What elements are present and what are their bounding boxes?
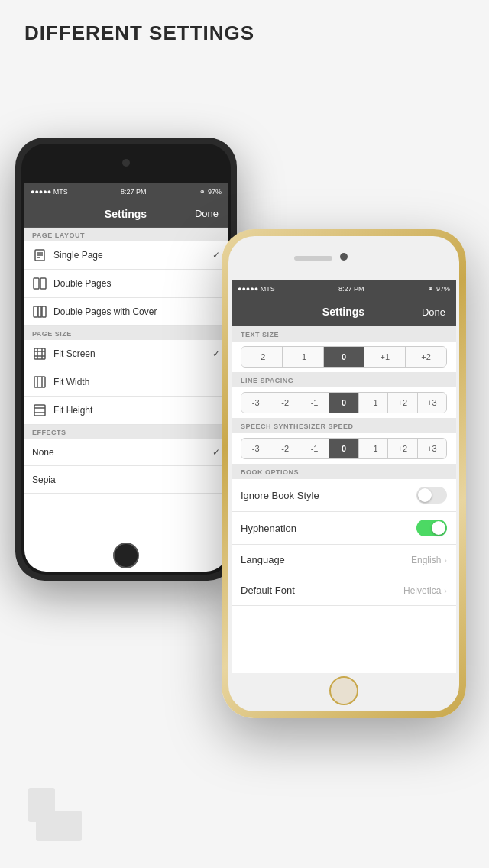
phone2-home-button[interactable]	[329, 676, 358, 705]
line-spacing-control[interactable]: -3 -2 -1 0 +1 +2 +3	[241, 392, 447, 413]
fit-screen-label: Fit Screen	[53, 348, 212, 359]
ignore-book-style-toggle[interactable]	[416, 487, 447, 504]
phone1-statusbar: ●●●●● MTS 8:27 PM ⚭ 97%	[24, 183, 228, 200]
svg-rect-7	[40, 278, 46, 289]
phone1-camera	[122, 159, 130, 167]
svg-rect-8	[34, 306, 37, 317]
phone2-section-line-spacing: LINE SPACING	[232, 372, 456, 387]
phone2-device: ●●●●● MTS 8:27 PM ⚭ 97% Settings Done TE…	[222, 229, 466, 718]
list-item[interactable]: Language English ›	[232, 545, 456, 575]
phone1-navbar: Settings Done	[24, 200, 228, 228]
fit-width-icon	[32, 374, 47, 390]
page-title: DIFFERENT SETTINGS	[24, 21, 254, 45]
phone1-home-button[interactable]	[113, 542, 139, 568]
text-size-control[interactable]: -2 -1 0 +1 +2	[241, 346, 447, 368]
ls-plus1[interactable]: +1	[359, 393, 388, 413]
ss-plus3[interactable]: +3	[418, 439, 446, 458]
phone1-time: 8:27 PM	[121, 188, 147, 196]
phone1-screen: ●●●●● MTS 8:27 PM ⚭ 97% Settings Done PA…	[24, 183, 228, 572]
ls-zero[interactable]: 0	[329, 393, 358, 413]
list-item[interactable]: Sepia	[24, 466, 228, 494]
phone2-battery: 97%	[436, 285, 450, 293]
phone2-screen: ●●●●● MTS 8:27 PM ⚭ 97% Settings Done TE…	[232, 280, 456, 673]
language-label: Language	[241, 554, 411, 565]
phone2-statusbar: ●●●●● MTS 8:27 PM ⚭ 97%	[232, 280, 456, 297]
phone2-navbar: Settings Done	[232, 297, 456, 326]
phone1-bluetooth-icon: ⚭	[199, 188, 206, 196]
list-item[interactable]: Single Page ✓	[24, 241, 228, 270]
list-item[interactable]: Double Pages with Cover	[24, 298, 228, 326]
phone2-carrier: ●●●●● MTS	[238, 285, 275, 293]
ls-minus2[interactable]: -2	[270, 393, 300, 413]
phone2-battery-area: ⚭ 97%	[428, 285, 450, 293]
phone2-section-text-size: TEXT SIZE	[232, 326, 456, 342]
list-item[interactable]: Hyphenation	[232, 512, 456, 545]
phone1-section-page-size: PAGE SIZE	[24, 326, 228, 340]
default-font-value: Helvetica	[403, 585, 441, 596]
text-size-plus2[interactable]: +2	[406, 347, 446, 367]
svg-rect-11	[34, 348, 45, 359]
default-font-chevron-icon: ›	[444, 586, 447, 595]
language-value: English	[411, 555, 441, 565]
ss-plus1[interactable]: +1	[359, 439, 388, 458]
ss-plus2[interactable]: +2	[388, 439, 417, 458]
list-item[interactable]: None ✓	[24, 439, 228, 466]
phone2-done-button[interactable]: Done	[422, 306, 445, 318]
fit-height-icon	[32, 403, 47, 418]
ss-minus1[interactable]: -1	[300, 439, 329, 458]
svg-rect-16	[34, 377, 45, 387]
fit-screen-check: ✓	[212, 348, 220, 359]
phone2-speaker	[294, 256, 332, 261]
phone1-carrier: ●●●●● MTS	[31, 188, 68, 196]
effect-none-label: None	[32, 447, 212, 458]
ls-minus1[interactable]: -1	[300, 393, 329, 413]
phone1-section-effects: EFFECTS	[24, 425, 228, 439]
ss-minus2[interactable]: -2	[270, 439, 300, 458]
svg-rect-6	[34, 278, 39, 289]
fit-screen-icon	[32, 346, 47, 361]
effect-none-check: ✓	[212, 447, 220, 458]
list-item[interactable]: Ignore Book Style	[232, 479, 456, 512]
hyphenation-label: Hyphenation	[241, 523, 416, 534]
single-page-check: ✓	[212, 250, 220, 261]
phone2-camera	[340, 253, 348, 261]
speech-speed-control[interactable]: -3 -2 -1 0 +1 +2 +3	[241, 438, 447, 459]
svg-rect-1	[36, 811, 82, 841]
phone2-navbar-title: Settings	[322, 306, 364, 318]
ls-plus3[interactable]: +3	[418, 393, 446, 413]
list-item[interactable]: Default Font Helvetica ›	[232, 575, 456, 606]
list-item[interactable]: Double Pages	[24, 270, 228, 298]
single-page-icon	[32, 248, 47, 263]
double-pages-icon	[32, 276, 47, 291]
phone2-bluetooth-icon: ⚭	[428, 285, 434, 293]
text-size-minus1[interactable]: -1	[283, 347, 324, 367]
phone1-done-button[interactable]: Done	[195, 208, 219, 219]
ls-plus2[interactable]: +2	[388, 393, 417, 413]
double-pages-cover-icon	[32, 304, 47, 319]
ss-minus3[interactable]: -3	[241, 439, 270, 458]
list-item[interactable]: Fit Width	[24, 368, 228, 397]
phone1-device: ●●●●● MTS 8:27 PM ⚭ 97% Settings Done PA…	[15, 138, 237, 581]
hyphenation-toggle[interactable]	[416, 520, 447, 536]
single-page-label: Single Page	[53, 250, 212, 261]
fit-width-label: Fit Width	[53, 377, 220, 387]
language-chevron-icon: ›	[444, 555, 447, 565]
ls-minus3[interactable]: -3	[241, 393, 270, 413]
phone2-time: 8:27 PM	[338, 285, 364, 293]
text-size-minus2[interactable]: -2	[241, 347, 283, 367]
phone1-battery: 97%	[208, 188, 222, 196]
fit-height-label: Fit Height	[53, 405, 220, 416]
list-item[interactable]: Fit Screen ✓	[24, 340, 228, 368]
list-item[interactable]: Fit Height	[24, 397, 228, 425]
phone2-section-book-options: BOOK OPTIONS	[232, 464, 456, 479]
double-pages-label: Double Pages	[53, 278, 220, 289]
phone2-section-speech: SPEECH SYNTHESIZER SPEED	[232, 418, 456, 433]
watermark-logo	[24, 776, 93, 845]
ss-zero[interactable]: 0	[329, 439, 358, 458]
svg-rect-19	[34, 405, 45, 416]
text-size-zero[interactable]: 0	[324, 347, 365, 367]
default-font-label: Default Font	[241, 585, 403, 596]
svg-rect-10	[42, 306, 46, 317]
text-size-plus1[interactable]: +1	[364, 347, 406, 367]
phone1-navbar-title: Settings	[105, 208, 147, 220]
